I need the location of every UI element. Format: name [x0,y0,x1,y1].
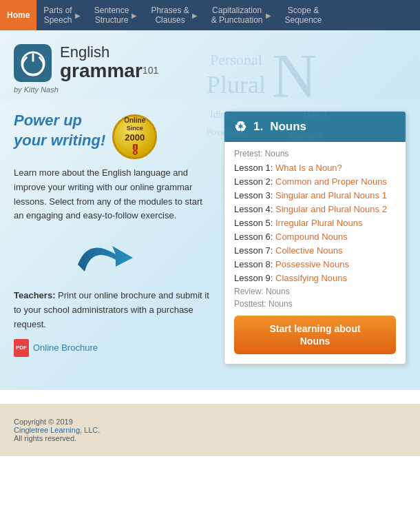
main-nav: Home Parts ofSpeech ▶ SentenceStructure … [0,0,420,30]
teachers-section: Teachers: Print our online brochure and … [14,289,210,331]
logo-byline: by Kitty Nash [0,85,420,101]
pdf-icon: PDF [14,339,29,357]
left-panel: Power up your writing! Online Since 2000… [14,111,210,390]
lessons-body: Pretest: Nouns Lesson 1: What Is a Noun?… [224,142,406,364]
company-link[interactable]: Cingletree Learning, LLC. [14,426,100,434]
logo-area: English grammar101 [0,30,420,85]
logo-english: English [60,43,109,61]
nav-sentence-structure[interactable]: SentenceStructure ▶ [87,0,145,30]
arrow-area [14,234,210,275]
lesson-item-3: Lesson 3: Singular and Plural Nouns 1 [234,190,396,201]
lesson-3-link[interactable]: Singular and Plural Nouns 1 [275,190,387,201]
lesson-item-4: Lesson 4: Singular and Plural Nouns 2 [234,204,396,214]
lesson-8-link[interactable]: Possessive Nouns [275,259,349,269]
hero-description: Learn more about the English language an… [14,166,210,223]
lesson-4-link[interactable]: Singular and Plural Nouns 2 [275,204,387,214]
chevron-right-icon: ▶ [192,12,198,19]
posttest-label: Posttest: Nouns [234,299,396,309]
lessons-section-title: Nouns [270,120,306,134]
copyright-text: Copyright © 2019 [14,418,406,426]
review-label: Review: Nouns [234,287,396,296]
online-badge: Online Since 2000 🎖 [112,114,157,159]
lessons-header: ♻ 1. Nouns [224,112,406,142]
nav-capitalization[interactable]: Capitalization& Punctuation ▶ [204,0,278,30]
lesson-2-link[interactable]: Common and Proper Nouns [275,176,387,187]
lesson-6-link[interactable]: Compound Nouns [275,232,348,242]
chevron-right-icon: ▶ [266,12,271,19]
main-content: Power up your writing! Online Since 2000… [0,101,420,390]
nav-home[interactable]: Home [0,0,36,30]
tagline: Power up your writing! [14,111,105,150]
recycle-icon: ♻ [234,119,246,135]
lesson-9-link[interactable]: Classifying Nouns [275,273,347,283]
logo-icon [14,44,52,82]
lessons-section-number: 1. [253,120,263,134]
footer: Copyright © 2019 Cingletree Learning, LL… [0,404,420,456]
lesson-item-5: Lesson 5: Irregular Plural Nouns [234,218,396,228]
lesson-item-7: Lesson 7: Collective Nouns [234,245,396,256]
logo-sup: 101 [143,65,158,76]
lesson-1-link[interactable]: What Is a Noun? [275,163,342,173]
logo-text: English grammar101 [60,44,158,82]
rights-text: All rights reserved. [14,434,406,442]
lesson-item-6: Lesson 6: Compound Nouns [234,232,396,242]
pretest-label: Pretest: Nouns [234,149,396,158]
hero-section: Personal Plural N Idiom Direct Possessiv… [0,30,420,390]
lesson-7-link[interactable]: Collective Nouns [275,245,343,256]
lessons-box: ♻ 1. Nouns Pretest: Nouns Lesson 1: What… [224,111,406,365]
brochure-link[interactable]: PDF Online Brochure [14,339,210,357]
start-learning-button[interactable]: Start learning about Nouns [234,316,396,354]
chevron-right-icon: ▶ [75,12,81,19]
teachers-label: Teachers: [14,290,55,300]
logo-grammar: grammar [60,60,143,81]
lesson-item-8: Lesson 8: Possessive Nouns [234,259,396,269]
nav-scope-sequence[interactable]: Scope &Sequence [278,0,329,30]
decorative-arrow [74,234,150,275]
nav-phrases-clauses[interactable]: Phrases &Clauses ▶ [144,0,204,30]
lesson-item-1: Lesson 1: What Is a Noun? [234,163,396,173]
lesson-5-link[interactable]: Irregular Plural Nouns [275,218,362,228]
right-panel: ♻ 1. Nouns Pretest: Nouns Lesson 1: What… [224,111,406,390]
badge-ribbon: 🎖 [129,145,141,157]
lesson-item-2: Lesson 2: Common and Proper Nouns [234,176,396,187]
chevron-right-icon: ▶ [132,12,137,19]
nav-parts-of-speech[interactable]: Parts ofSpeech ▶ [36,0,87,30]
lesson-item-9: Lesson 9: Classifying Nouns [234,273,396,283]
